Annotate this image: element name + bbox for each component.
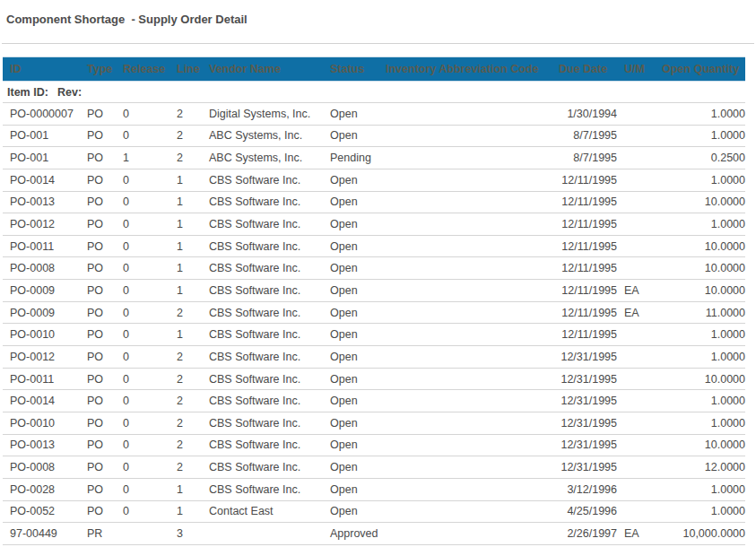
- cell-vendor: Contact East: [202, 500, 323, 523]
- cell-um: [617, 412, 655, 434]
- cell-release: 0: [116, 191, 169, 213]
- cell-duedate: 8/7/1995: [552, 147, 617, 169]
- cell-type: PO: [80, 478, 116, 500]
- cell-id: PO-0008: [3, 257, 80, 280]
- cell-qty: 1.0000: [655, 478, 745, 500]
- cell-type: PO: [80, 169, 116, 191]
- column-header-due-date[interactable]: Due Date': [552, 57, 617, 82]
- cell-duedate: 12/11/1995: [552, 324, 617, 346]
- column-header-inventory-abbreviation-code[interactable]: Inventory Abbreviation Code: [378, 57, 552, 82]
- cell-type: PO: [80, 324, 116, 346]
- cell-um: [617, 125, 655, 147]
- cell-duedate: 12/31/1995: [552, 368, 617, 390]
- cell-invcode: [378, 412, 552, 434]
- cell-duedate: 12/31/1995: [552, 434, 617, 456]
- cell-line: 2: [169, 368, 202, 390]
- cell-status: Open: [323, 500, 378, 523]
- cell-id: PO-0010: [3, 412, 80, 434]
- cell-um: [617, 346, 655, 369]
- column-header-type[interactable]: Type: [80, 57, 116, 82]
- cell-line: 2: [169, 412, 202, 434]
- cell-status: Open: [323, 257, 378, 280]
- cell-line: 1: [169, 191, 202, 213]
- cell-um: [617, 390, 655, 412]
- cell-vendor: CBS Software Inc.: [202, 213, 323, 236]
- cell-status: Pending: [323, 147, 378, 169]
- cell-release: 1: [116, 147, 169, 169]
- cell-qty: 10.0000: [655, 191, 745, 213]
- cell-vendor: CBS Software Inc.: [202, 280, 323, 302]
- cell-invcode: [378, 213, 552, 236]
- cell-type: PO: [80, 368, 116, 390]
- cell-invcode: [378, 257, 552, 280]
- cell-release: 0: [116, 301, 169, 324]
- cell-duedate: 3/12/1996: [552, 478, 617, 500]
- cell-um: [617, 235, 655, 257]
- cell-um: [617, 191, 655, 213]
- cell-id: 97-00449: [3, 523, 80, 545]
- cell-line: 2: [169, 456, 202, 479]
- column-header-status[interactable]: Status: [323, 57, 378, 82]
- cell-type: PO: [80, 280, 116, 302]
- column-header-line[interactable]: Line: [169, 57, 202, 82]
- cell-line: 2: [169, 434, 202, 456]
- cell-status: Open: [323, 103, 378, 126]
- cell-qty: 1.0000: [655, 390, 745, 412]
- cell-invcode: [378, 368, 552, 390]
- column-header-vendor-name[interactable]: Vendor Name: [202, 57, 323, 82]
- cell-id: PO-0012: [3, 346, 80, 369]
- cell-duedate: 1/30/1994: [552, 103, 617, 126]
- cell-id: PO-0013: [3, 191, 80, 213]
- cell-line: 2: [169, 390, 202, 412]
- cell-status: Open: [323, 280, 378, 302]
- column-header-um[interactable]: U/M: [617, 57, 655, 82]
- cell-status: Open: [323, 191, 378, 213]
- column-header-release[interactable]: Release: [116, 57, 169, 82]
- cell-type: PO: [80, 235, 116, 257]
- cell-duedate: 12/11/1995: [552, 213, 617, 236]
- cell-um: [617, 103, 655, 126]
- cell-id: PO-0014: [3, 169, 80, 191]
- cell-duedate: 8/7/1995: [552, 125, 617, 147]
- cell-vendor: CBS Software Inc.: [202, 324, 323, 346]
- cell-vendor: [202, 523, 323, 545]
- cell-vendor: CBS Software Inc.: [202, 191, 323, 213]
- cell-type: PO: [80, 103, 116, 126]
- cell-status: Open: [323, 235, 378, 257]
- cell-type: PO: [80, 301, 116, 324]
- cell-status: Open: [323, 346, 378, 369]
- column-header-open-quantity[interactable]: Open Quantity: [655, 57, 745, 82]
- cell-line: 1: [169, 478, 202, 500]
- cell-id: PO-0028: [3, 478, 80, 500]
- cell-um: [617, 368, 655, 390]
- cell-duedate: 12/11/1995: [552, 257, 617, 280]
- cell-qty: 1.0000: [655, 324, 745, 346]
- cell-invcode: [378, 456, 552, 479]
- cell-qty: 0.2500: [655, 147, 745, 169]
- cell-qty: 1.0000: [655, 500, 745, 523]
- cell-id: PO-0014: [3, 390, 80, 412]
- cell-invcode: [378, 324, 552, 346]
- table-row: PO-0008PO02CBS Software Inc.Open12/31/19…: [3, 456, 745, 479]
- cell-um: [617, 169, 655, 191]
- cell-release: 0: [116, 280, 169, 302]
- cell-status: Open: [323, 213, 378, 236]
- cell-vendor: ABC Systems, Inc.: [202, 147, 323, 169]
- table-row: PO-0014PO01CBS Software Inc.Open12/11/19…: [3, 169, 745, 191]
- title-divider: [2, 43, 754, 44]
- cell-invcode: [378, 147, 552, 169]
- cell-line: 1: [169, 280, 202, 302]
- cell-id: PO-0010: [3, 324, 80, 346]
- cell-type: PO: [80, 412, 116, 434]
- cell-qty: 1.0000: [655, 169, 745, 191]
- cell-um: EA: [617, 301, 655, 324]
- cell-vendor: Digital Systems, Inc.: [202, 103, 323, 126]
- cell-release: 0: [116, 412, 169, 434]
- cell-vendor: CBS Software Inc.: [202, 257, 323, 280]
- cell-status: Open: [323, 301, 378, 324]
- cell-invcode: [378, 523, 552, 545]
- table-row: PO-001PO12ABC Systems, Inc.Pending8/7/19…: [3, 147, 745, 169]
- column-header-id[interactable]: ID: [3, 57, 80, 82]
- cell-status: Open: [323, 434, 378, 456]
- cell-id: PO-0013: [3, 434, 80, 456]
